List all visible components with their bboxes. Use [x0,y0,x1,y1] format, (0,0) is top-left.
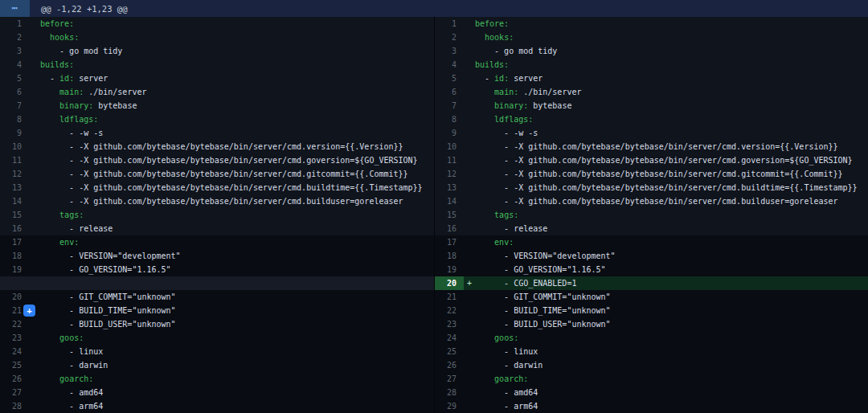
line-number[interactable]: 14 [0,194,29,208]
line-number[interactable]: 8 [435,112,464,126]
line-number[interactable]: 13 [435,181,464,194]
line-number[interactable]: 12 [0,167,29,181]
expand-hunk-button[interactable]: ⋯ [0,0,30,17]
line-number[interactable]: 4 [435,58,464,72]
code-token: - VERSION="development" [40,251,181,260]
line-number[interactable]: 22 [435,304,464,317]
line-number[interactable]: 25 [435,345,464,358]
line-number[interactable]: 18 [435,249,464,263]
line-number[interactable]: 5 [0,72,29,85]
line-number[interactable]: 26 [0,372,29,386]
diff-line: 21 - GIT_COMMIT="unknown" [435,290,868,304]
line-number[interactable]: 23 [435,317,464,331]
line-number[interactable]: 27 [0,386,29,399]
code-text: - -X github.com/bytebase/bytebase/bin/se… [40,167,408,181]
line-number[interactable]: 10 [435,140,464,153]
code-text: - GIT_COMMIT="unknown" [475,290,611,304]
line-number[interactable]: 17 [0,235,29,249]
line-number[interactable]: 1 [435,17,464,31]
line-number[interactable]: 25 [0,358,29,372]
line-number[interactable]: 24 [0,345,29,358]
yaml-key-token: binary: [59,101,93,110]
line-number[interactable]: 11 [435,153,464,167]
line-number[interactable]: 9 [0,126,29,140]
line-number[interactable]: 6 [0,85,29,99]
diff-change-marker [464,17,475,31]
yaml-key-token: tags: [494,211,518,219]
line-number[interactable]: 17 [435,235,464,249]
line-number[interactable]: 3 [435,44,464,58]
line-number[interactable]: 20 [435,276,464,290]
code-text: - id: server [40,72,108,85]
diff-change-marker [29,44,40,58]
diff-change-marker [29,345,40,358]
line-number[interactable]: 19 [0,263,29,276]
line-number[interactable]: 15 [0,208,29,222]
code-text: - -w -s [475,126,538,140]
line-number[interactable]: 12 [435,167,464,181]
line-number[interactable]: 29 [435,399,464,413]
line-number[interactable]: 28 [0,399,29,413]
line-number[interactable]: 10 [0,140,29,153]
diff-line: 11 - -X github.com/bytebase/bytebase/bin… [435,153,868,167]
line-number[interactable]: 20 [0,290,29,304]
line-number[interactable]: 24 [435,331,464,345]
code-text: builds: [475,58,509,72]
code-text: - arm64 [40,399,103,413]
code-token: - go mod tidy [40,47,122,55]
diff-change-marker [464,194,475,208]
diff-change-marker [29,194,40,208]
diff-line: 17 env: [0,235,434,249]
diff-change-marker [29,72,40,85]
code-text: - amd64 [40,386,103,399]
code-token: - amd64 [40,388,103,397]
yaml-key-token: main: [59,88,84,96]
line-number[interactable]: 19 [435,263,464,276]
code-text: - go mod tidy [40,44,122,58]
line-number[interactable]: 7 [0,99,29,112]
code-token: - -X github.com/bytebase/bytebase/bin/se… [475,170,843,178]
line-number[interactable]: 9 [435,126,464,140]
yaml-key-token: before: [475,19,509,28]
line-number[interactable]: 8 [0,112,29,126]
code-text: goarch: [40,372,93,386]
code-text: hooks: [40,31,79,44]
code-token: server [74,74,108,83]
line-number[interactable]: 5 [435,72,464,85]
add-comment-button[interactable]: + [23,305,35,317]
line-number[interactable]: 4 [0,58,29,72]
diff-change-marker [29,276,40,290]
line-number[interactable]: 14 [435,194,464,208]
line-number[interactable]: 16 [0,222,29,235]
code-text: env: [40,235,79,249]
code-token: - arm64 [475,402,538,411]
diff-line: 22 - BUILD_USER="unknown" [0,317,434,331]
yaml-key-token: builds: [40,60,74,69]
diff-change-marker [464,181,475,194]
line-number[interactable]: 26 [435,358,464,372]
line-number[interactable]: 28 [435,386,464,399]
code-text: before: [40,17,74,31]
line-number[interactable]: 22 [0,317,29,331]
code-text: - -X github.com/bytebase/bytebase/bin/se… [475,153,853,167]
line-number[interactable]: 7 [435,99,464,112]
line-number[interactable]: 21 [435,290,464,304]
yaml-key-token: ldflags: [59,115,98,124]
diff-change-marker [29,17,40,31]
line-number[interactable]: 1 [0,17,29,31]
line-number[interactable]: 16 [435,222,464,235]
line-number[interactable]: 11 [0,153,29,167]
code-text: hooks: [475,31,514,44]
diff-line: 27 - amd64 [0,386,434,399]
line-number[interactable]: 6 [435,85,464,99]
line-number[interactable]: 2 [435,31,464,44]
diff-change-marker [464,208,475,222]
line-number[interactable]: 13 [0,181,29,194]
diff-line: 23 goos: [0,331,434,345]
line-number[interactable]: 3 [0,44,29,58]
line-number[interactable]: 15 [435,208,464,222]
line-number[interactable]: 23 [0,331,29,345]
line-number[interactable]: 27 [435,372,464,386]
line-number[interactable]: 2 [0,31,29,44]
line-number[interactable]: 18 [0,249,29,263]
